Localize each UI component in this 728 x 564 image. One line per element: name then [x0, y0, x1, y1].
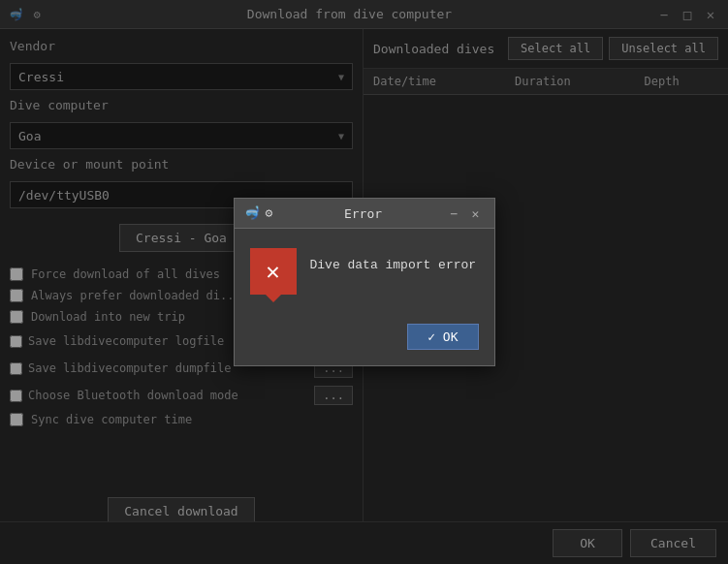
error-icon-box: ✕: [250, 248, 297, 295]
error-modal: 🤿 ⚙ Error − ✕ ✕ Dive data import error ✓…: [234, 198, 495, 366]
modal-minimize-button[interactable]: −: [446, 204, 463, 222]
modal-footer: ✓ OK: [235, 314, 494, 365]
modal-close-button[interactable]: ✕: [467, 204, 485, 222]
error-message: Dive data import error: [310, 248, 477, 272]
error-x-icon: ✕: [266, 260, 279, 283]
modal-dive-icon: 🤿: [244, 205, 260, 221]
modal-overlay: 🤿 ⚙ Error − ✕ ✕ Dive data import error ✓…: [0, 0, 728, 564]
modal-controls: − ✕: [446, 204, 485, 222]
modal-title-text: Error: [281, 206, 446, 221]
modal-body: ✕ Dive data import error: [235, 229, 494, 314]
modal-title-bar: 🤿 ⚙ Error − ✕: [235, 199, 494, 229]
modal-ok-button[interactable]: ✓ OK: [407, 324, 478, 350]
modal-gear-icon: ⚙: [266, 205, 281, 221]
modal-title-icons: 🤿 ⚙: [244, 205, 281, 221]
